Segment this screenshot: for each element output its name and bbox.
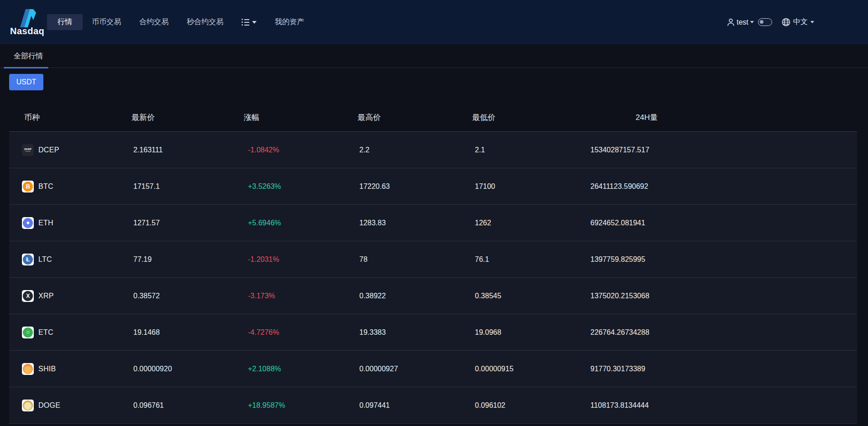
- table-row[interactable]: Ł LTC 77.19 -1.2031% 78 76.1 1397759.825…: [9, 241, 857, 278]
- table-row[interactable]: B BTC 17157.1 +3.5263% 17220.63 17100 26…: [9, 168, 857, 205]
- list-menu-icon: [242, 19, 249, 26]
- chevron-down-icon: [750, 21, 754, 23]
- table-row[interactable]: DCEP DCEP 2.163111 -1.0842% 2.2 2.1 1534…: [9, 132, 857, 168]
- nav-item-my-assets[interactable]: 我的资产: [266, 14, 313, 30]
- globe-icon: [782, 18, 790, 26]
- volume-24h: 6924652.081941: [590, 219, 645, 227]
- volume-24h: 26411123.590692: [590, 182, 648, 191]
- high-price: 0.00000927: [359, 365, 398, 373]
- low-price: 19.0968: [475, 328, 501, 337]
- market-table: 币种 最新价 涨幅 最高价 最低价 24H量 DCEP DCEP 2.16311…: [9, 103, 857, 424]
- table-body: DCEP DCEP 2.163111 -1.0842% 2.2 2.1 1534…: [9, 132, 857, 424]
- volume-24h: 15340287157.517: [590, 146, 649, 154]
- latest-price: 0.096761: [133, 401, 164, 410]
- coin-symbol: DCEP: [38, 146, 59, 154]
- ltc-icon: Ł: [22, 254, 34, 265]
- coin-symbol: ETH: [38, 219, 53, 227]
- username-label: test: [736, 18, 748, 26]
- latest-price: 19.1468: [133, 328, 160, 337]
- low-price: 0.096102: [475, 401, 505, 410]
- coin-cell: B BTC: [22, 181, 53, 192]
- header-low-price: 最低价: [472, 112, 495, 122]
- low-price: 17100: [475, 182, 495, 191]
- change-percent: +2.1088%: [248, 365, 281, 373]
- chevron-down-icon: [252, 21, 257, 24]
- latest-price: 0.00000920: [133, 365, 172, 373]
- header-latest-price: 最新价: [132, 112, 155, 122]
- low-price: 0.38545: [475, 292, 501, 300]
- latest-price: 17157.1: [133, 182, 160, 191]
- table-row[interactable]: ◇ ETC 19.1468 -4.7276% 19.3383 19.0968 2…: [9, 314, 857, 351]
- brand-logo[interactable]: Nasdaq: [10, 6, 60, 36]
- change-percent: +18.9587%: [248, 401, 285, 410]
- high-price: 0.097441: [359, 401, 390, 410]
- coin-symbol: BTC: [38, 182, 53, 191]
- header-high-price: 最高价: [358, 112, 381, 122]
- high-price: 19.3383: [359, 328, 386, 337]
- language-label: 中文: [793, 17, 808, 27]
- nav-item-spot-trade[interactable]: 币币交易: [83, 14, 130, 30]
- coin-symbol: SHIB: [38, 365, 56, 373]
- doge-icon: [22, 400, 34, 411]
- high-price: 0.38922: [359, 292, 386, 300]
- latest-price: 1271.57: [133, 219, 160, 227]
- header-24h-volume: 24H量: [636, 112, 658, 122]
- table-row[interactable]: DOGE 0.096761 +18.9587% 0.097441 0.09610…: [9, 387, 857, 424]
- coin-cell: X XRP: [22, 290, 54, 302]
- coin-cell: ◆ ETH: [22, 217, 53, 229]
- latest-price: 2.163111: [133, 146, 163, 154]
- chevron-down-icon: [810, 21, 814, 23]
- coin-symbol: DOGE: [38, 401, 60, 410]
- low-price: 0.00000915: [475, 365, 514, 373]
- etc-icon: ◇: [22, 327, 34, 338]
- change-percent: -3.173%: [248, 292, 275, 300]
- low-price: 2.1: [475, 146, 485, 154]
- change-percent: -4.7276%: [248, 328, 279, 337]
- low-price: 1262: [475, 219, 491, 227]
- latest-price: 0.38572: [133, 292, 160, 300]
- table-header-row: 币种 最新价 涨幅 最高价 最低价 24H量: [9, 103, 857, 132]
- header-coin: 币种: [24, 112, 40, 122]
- change-percent: -1.2031%: [248, 255, 279, 264]
- nav-item-list-menu[interactable]: [232, 14, 266, 30]
- high-price: 78: [359, 255, 368, 264]
- table-row[interactable]: SHIB 0.00000920 +2.1088% 0.00000927 0.00…: [9, 351, 857, 387]
- xrp-icon: X: [22, 290, 34, 302]
- active-tab-underline: [4, 67, 48, 68]
- shib-icon: [22, 363, 34, 375]
- dcep-icon: DCEP: [22, 144, 34, 156]
- coin-cell: ◇ ETC: [22, 327, 53, 338]
- volume-24h: 226764.26734288: [590, 328, 649, 337]
- usdt-filter-button[interactable]: USDT: [9, 74, 43, 90]
- coin-cell: DCEP DCEP: [22, 144, 59, 156]
- coin-symbol: XRP: [38, 292, 54, 300]
- brand-name: Nasdaq: [10, 26, 60, 36]
- high-price: 1283.83: [359, 219, 386, 227]
- change-percent: -1.0842%: [248, 146, 279, 154]
- change-percent: +5.6946%: [248, 219, 281, 227]
- table-row[interactable]: X XRP 0.38572 -3.173% 0.38922 0.38545 13…: [9, 278, 857, 314]
- theme-toggle[interactable]: [758, 18, 772, 26]
- header-change: 涨幅: [244, 112, 259, 122]
- language-selector[interactable]: 中文: [782, 17, 814, 27]
- user-menu[interactable]: test: [727, 18, 754, 26]
- volume-24h: 1397759.825995: [590, 255, 645, 264]
- coin-symbol: LTC: [38, 255, 52, 264]
- volume-24h: 1108173.8134444: [590, 401, 649, 410]
- volume-24h: 91770.30173389: [590, 365, 645, 373]
- coin-cell: DOGE: [22, 400, 60, 411]
- volume-24h: 1375020.2153068: [590, 292, 649, 300]
- change-percent: +3.5263%: [248, 182, 281, 191]
- latest-price: 77.19: [133, 255, 152, 264]
- high-price: 2.2: [359, 146, 369, 154]
- user-icon: [727, 18, 735, 26]
- navbar-right: test 中文: [727, 0, 814, 44]
- table-row[interactable]: ◆ ETH 1271.57 +5.6946% 1283.83 1262 6924…: [9, 205, 857, 241]
- nav-item-contract-trade[interactable]: 合约交易: [130, 14, 178, 30]
- coin-cell: SHIB: [22, 363, 56, 375]
- toggle-knob: [760, 20, 763, 24]
- coin-symbol: ETC: [38, 328, 53, 337]
- eth-icon: ◆: [22, 217, 34, 229]
- tab-all-markets[interactable]: 全部行情: [14, 52, 43, 61]
- nav-item-second-contract[interactable]: 秒合约交易: [178, 14, 232, 30]
